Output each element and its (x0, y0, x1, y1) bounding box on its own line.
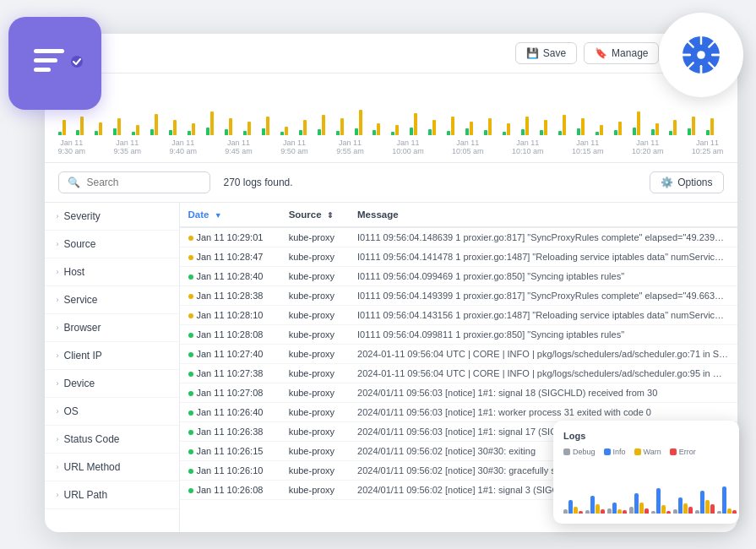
bar-group (355, 110, 372, 135)
manage-button[interactable]: 🔖 Manage (584, 42, 659, 64)
sidebar-item-url-path[interactable]: › URL Path (45, 481, 179, 509)
legend-item-info: Info (604, 448, 626, 456)
time-label: Jan 11 9:45 am (225, 139, 253, 155)
mini-bar-group (629, 493, 649, 514)
table-row[interactable]: Jan 11 10:27:40 kube-proxy 2024-01-11 09… (180, 345, 737, 364)
cell-date: Jan 11 10:26:08 (180, 481, 280, 500)
cell-date: Jan 11 10:27:40 (180, 345, 280, 364)
mini-bar-segment (596, 504, 600, 514)
table-row[interactable]: Jan 11 10:27:38 kube-proxy 2024-01-11 09… (180, 364, 737, 383)
table-row[interactable]: Jan 11 10:28:47 kube-proxy I0111 09:56:0… (180, 247, 737, 267)
cell-date: Jan 11 10:27:08 (180, 383, 280, 403)
table-row[interactable]: Jan 11 10:28:38 kube-proxy I0111 09:56:0… (180, 286, 737, 306)
options-button[interactable]: ⚙️ Options (650, 171, 723, 193)
sidebar-item-label: Source (64, 238, 96, 250)
mini-bar-chart (563, 463, 729, 514)
sidebar-item-device[interactable]: › Device (45, 370, 179, 398)
bar-group (706, 118, 723, 135)
cell-source: kube-proxy (280, 442, 349, 461)
bar-yellow (285, 127, 288, 135)
bar-yellow (210, 111, 214, 135)
sort-arrow-source: ⇕ (327, 211, 334, 220)
time-label: Jan 11 9:30 am (58, 139, 86, 155)
bar-green (558, 131, 562, 135)
cell-source: kube-proxy (280, 306, 349, 325)
mini-bar-segment (574, 507, 578, 514)
cell-message: I0111 09:56:04.148639 1 proxier.go:817] … (349, 227, 737, 247)
bar-group (614, 122, 631, 135)
bar-yellow (303, 120, 307, 135)
bar-green (58, 132, 62, 135)
bar-group (688, 117, 704, 135)
sidebar-item-label: URL Method (64, 461, 121, 473)
bar-group (113, 118, 130, 135)
manage-label: Manage (612, 47, 648, 59)
chevron-right-icon: › (57, 435, 59, 443)
table-row[interactable]: Jan 11 10:29:01 kube-proxy I0111 09:56:0… (180, 227, 737, 247)
sidebar-item-severity[interactable]: › Severity (45, 203, 179, 231)
svg-point-5 (697, 51, 705, 59)
legend-label: Info (613, 448, 626, 456)
table-row[interactable]: Jan 11 10:26:40 kube-proxy 2024/01/11 09… (180, 403, 737, 422)
severity-dot (188, 391, 193, 396)
bar-group (558, 115, 575, 135)
time-labels-row: Jan 11 9:30 amJan 11 9:35 amJan 11 9:40 … (58, 135, 724, 162)
sidebar-item-source[interactable]: › Source (45, 231, 179, 258)
bar-green (188, 131, 191, 135)
mini-bar-segment (579, 511, 583, 514)
bar-yellow (470, 122, 473, 135)
bar-green (577, 128, 580, 135)
bar-yellow (63, 120, 66, 135)
mini-bar-segment (661, 505, 666, 514)
bar-group (95, 122, 111, 135)
col-date[interactable]: Date ▼ (180, 203, 280, 227)
chevron-right-icon: › (57, 407, 59, 416)
sidebar-item-os[interactable]: › OS (45, 398, 179, 426)
bar-green (651, 129, 655, 135)
cell-date: Jan 11 10:28:10 (180, 306, 280, 325)
mini-bar-group (607, 503, 627, 514)
svg-rect-11 (711, 54, 721, 56)
bar-green (373, 130, 376, 135)
cell-source: kube-proxy (280, 364, 349, 383)
filter-check-badge (8, 17, 101, 110)
cell-date: Jan 11 10:26:38 (180, 422, 280, 442)
table-row[interactable]: Jan 11 10:28:08 kube-proxy I0111 09:56:0… (180, 325, 737, 345)
time-label: Jan 11 10:10 am (512, 139, 544, 155)
legend-item-debug: Debug (563, 448, 596, 456)
severity-dot (188, 313, 193, 318)
mini-bar-segment (688, 507, 693, 514)
legend-item-warn: Warn (634, 448, 661, 456)
table-row[interactable]: Jan 11 10:28:10 kube-proxy I0111 09:56:0… (180, 306, 737, 325)
col-source[interactable]: Source ⇕ (280, 203, 349, 227)
bar-group (465, 122, 482, 135)
bar-green (355, 128, 358, 135)
severity-dot (188, 255, 193, 260)
mini-bar-segment (612, 503, 617, 514)
sidebar-item-url-method[interactable]: › URL Method (45, 454, 179, 481)
kubernetes-badge (659, 13, 743, 97)
time-label: Jan 11 10:15 am (572, 139, 604, 155)
search-box[interactable]: 🔍 (58, 171, 210, 193)
bar-yellow (247, 122, 251, 135)
bar-yellow (80, 117, 84, 135)
time-label: Jan 11 9:35 am (113, 139, 141, 155)
cell-date: Jan 11 10:29:01 (180, 227, 280, 247)
sidebar-item-status-code[interactable]: › Status Code (45, 426, 179, 454)
mini-bar-segment (617, 509, 622, 514)
bar-green (465, 128, 469, 135)
bar-group (540, 120, 557, 135)
table-row[interactable]: Jan 11 10:27:08 kube-proxy 2024/01/11 09… (180, 383, 737, 403)
cell-date: Jan 11 10:26:15 (180, 442, 280, 461)
bar-group (225, 118, 242, 135)
bar-group (669, 120, 686, 135)
table-row[interactable]: Jan 11 10:28:40 kube-proxy I0111 09:56:0… (180, 267, 737, 286)
search-input[interactable] (87, 177, 201, 188)
sidebar-item-host[interactable]: › Host (45, 258, 179, 286)
sidebar-item-client-ip[interactable]: › Client IP (45, 342, 179, 370)
save-button[interactable]: 💾 Save (515, 42, 577, 64)
sidebar-item-browser[interactable]: › Browser (45, 314, 179, 342)
bar-green (113, 128, 117, 135)
bar-yellow (136, 125, 139, 135)
sidebar-item-service[interactable]: › Service (45, 286, 179, 314)
